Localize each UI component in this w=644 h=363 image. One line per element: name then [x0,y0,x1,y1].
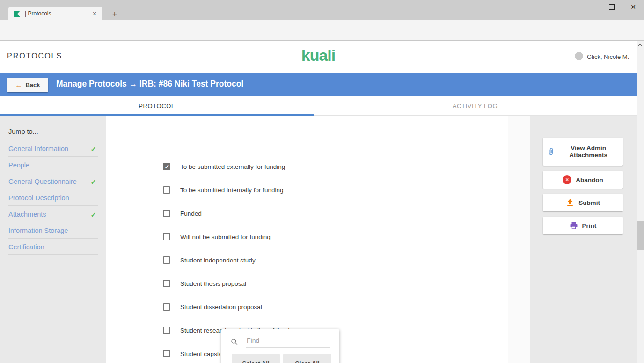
sidebar-item-general-information[interactable]: General Information [8,145,98,154]
maximize-icon[interactable] [601,0,622,14]
jump-to-sidebar: Jump to... General Information People Ge… [0,116,106,363]
window-controls [579,0,644,14]
tab-activity-log[interactable]: ACTIVITY LOG [314,96,637,116]
section-tabs: PROTOCOL ACTIVITY LOG [0,96,637,116]
protocol-action-bar: Back Manage Protocols → IRB: #86 Niki Te… [0,73,637,96]
find-input[interactable] [246,335,330,348]
submit-button[interactable]: Submit [543,194,623,211]
tab-title: | Protocols [25,10,91,17]
actions-panel: View Admin Attachments Abandon Submit Pr… [530,116,637,363]
checkbox[interactable] [163,280,170,287]
app-header: PROTOCOLS kuali Glick, Nicole M. [0,41,637,73]
abandon-button[interactable]: Abandon [543,171,623,189]
new-tab-icon[interactable] [109,8,120,20]
view-admin-attachments-button[interactable]: View Admin Attachments [543,138,623,166]
user-name[interactable]: Glick, Nicole M. [587,53,629,60]
questionnaire-options: To be submitted externally for funding T… [106,116,508,363]
jump-to-title: Jump to... [8,128,38,135]
tab-protocol[interactable]: PROTOCOL [0,96,314,116]
paperclip-icon [548,146,554,157]
checkbox-row[interactable]: Student dissertation proposal [163,302,262,312]
scrollbar-thumb[interactable] [637,221,644,250]
firefox-window: | Protocols https://siue-sbx.kuali.co/pr… [0,0,644,363]
checkbox[interactable] [163,303,170,311]
sidebar-item-information-storage[interactable]: Information Storage [8,227,98,236]
upload-icon [566,198,574,207]
page: PROTOCOLS kuali Glick, Nicole M. Back Ma… [0,41,637,363]
tab-close-icon[interactable] [91,10,98,17]
checkbox[interactable] [163,186,170,194]
sidebar-item-attachments[interactable]: Attachments [8,211,98,220]
checkbox-row[interactable]: Student independent study [163,255,256,265]
breadcrumb-title: Manage Protocols → IRB: #86 Niki Test Pr… [56,79,243,89]
checkbox[interactable] [163,327,170,334]
checkbox[interactable] [163,233,170,240]
gutter [508,116,530,363]
abandon-x-icon [563,175,571,184]
check-icon [90,145,96,153]
kuali-logo: kuali [0,46,637,65]
checkbox-row[interactable]: Will not be submitted for funding [163,232,271,241]
sidebar-item-certification[interactable]: Certification [8,243,98,253]
minimize-icon[interactable] [579,0,601,14]
printer-icon [570,221,578,230]
browser-tab[interactable]: | Protocols [8,7,102,20]
find-search-icon [231,338,238,346]
find-popup: Select All Clear All [221,329,339,363]
back-button[interactable]: Back [7,78,48,92]
checkbox-row[interactable]: To be submitted externally for funding [163,162,285,171]
checkbox[interactable] [163,350,170,357]
checkbox-row[interactable]: Student thesis proposal [163,279,246,288]
user-avatar[interactable] [575,52,583,60]
checkbox[interactable] [163,163,170,170]
back-arrow-icon [15,81,22,89]
scroll-up-icon[interactable] [638,44,643,49]
check-icon [90,178,96,186]
browser-toolbar: https://siue-sbx.kuali.co/protocols/prot… [0,20,644,41]
kuali-favicon-icon [14,10,21,17]
sidebar-item-people[interactable]: People [8,161,98,171]
sidebar-item-protocol-description[interactable]: Protocol Description [8,194,98,203]
content-body: Jump to... General Information People Ge… [0,116,637,363]
browser-titlebar: | Protocols [0,0,644,20]
checkbox[interactable] [163,256,170,264]
check-icon [90,211,96,219]
sidebar-item-general-questionnaire[interactable]: General Questionnaire [8,178,98,187]
back-button-label: Back [25,81,40,88]
page-scrollbar[interactable] [637,41,644,363]
select-all-button[interactable]: Select All [232,354,280,363]
clear-all-button[interactable]: Clear All [283,354,331,363]
checkbox-row[interactable]: To be submitted internally for funding [163,185,284,195]
checkbox[interactable] [163,210,170,217]
close-window-icon[interactable] [622,0,644,14]
checkbox-row[interactable]: Funded [163,209,202,218]
print-button[interactable]: Print [543,217,623,234]
